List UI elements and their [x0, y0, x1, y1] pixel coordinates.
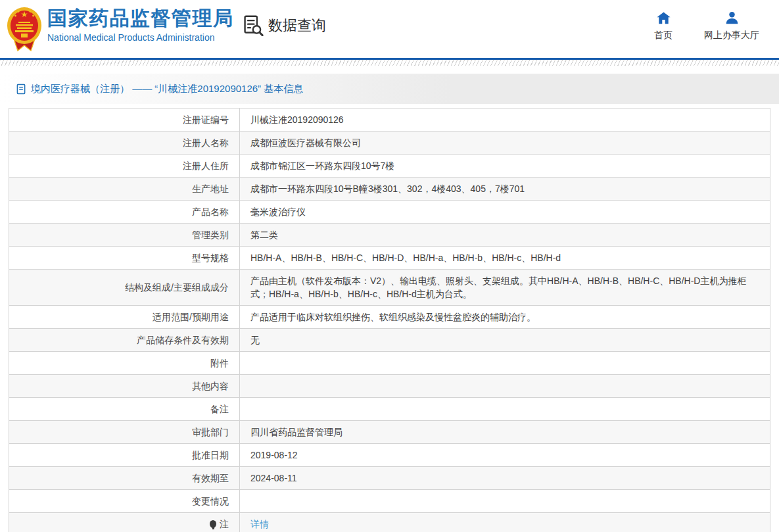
row-value: 川械注准20192090126	[240, 109, 770, 132]
site-header: 国家药品监督管理局 National Medical Products Admi…	[0, 0, 779, 58]
table-row: 变更情况	[9, 490, 770, 513]
row-label: 结构及组成/主要组成成分	[9, 270, 240, 306]
table-row: 注详情	[9, 513, 770, 532]
data-query-section[interactable]: 数据查询	[242, 14, 326, 36]
site-title-block: 国家药品监督管理局 National Medical Products Admi…	[47, 7, 234, 43]
row-value: 四川省药品监督管理局	[240, 421, 770, 444]
hatch-band	[0, 60, 779, 66]
info-table-body: 注册证编号川械注准20192090126注册人名称成都恒波医疗器械有限公司注册人…	[9, 109, 770, 532]
row-value: 2019-08-12	[240, 444, 770, 467]
table-row: 有效期至2024-08-11	[9, 467, 770, 490]
table-row: 注册人名称成都恒波医疗器械有限公司	[9, 132, 770, 155]
row-label: 附件	[9, 352, 240, 375]
row-value	[240, 490, 770, 513]
table-row: 管理类别第二类	[9, 224, 770, 247]
row-label: 产品名称	[9, 201, 240, 224]
row-value: 详情	[240, 513, 770, 532]
nav-home[interactable]: 首页	[654, 10, 673, 41]
row-label: 注	[9, 513, 240, 532]
table-row: 批准日期2019-08-12	[9, 444, 770, 467]
row-value: 无	[240, 329, 770, 352]
table-row: 备注	[9, 398, 770, 421]
table-row: 其他内容	[9, 375, 770, 398]
nav-service-hall[interactable]: 网上办事大厅	[704, 10, 759, 41]
row-label: 生产地址	[9, 178, 240, 201]
site-title-en: National Medical Products Administration	[47, 32, 234, 43]
row-label: 型号规格	[9, 247, 240, 270]
row-label: 注册证编号	[9, 109, 240, 132]
row-label: 审批部门	[9, 421, 240, 444]
row-label: 注册人住所	[9, 155, 240, 178]
site-title: 国家药品监督管理局	[47, 7, 234, 30]
note-icon	[210, 520, 216, 528]
row-label: 有效期至	[9, 467, 240, 490]
row-value: HB/H-A、HB/H-B、HB/H-C、HB/H-D、HB/H-a、HB/H-…	[240, 247, 770, 270]
table-row: 产品名称毫米波治疗仪	[9, 201, 770, 224]
document-icon	[16, 84, 26, 95]
table-row: 审批部门四川省药品监督管理局	[9, 421, 770, 444]
table-row: 型号规格HB/H-A、HB/H-B、HB/H-C、HB/H-D、HB/H-a、H…	[9, 247, 770, 270]
row-value: 第二类	[240, 224, 770, 247]
row-label: 批准日期	[9, 444, 240, 467]
row-value	[240, 375, 770, 398]
row-value: 2024-08-11	[240, 467, 770, 490]
table-row: 注册人住所成都市锦江区一环路东四段10号7楼	[9, 155, 770, 178]
row-value	[240, 398, 770, 421]
row-value: 产品由主机（软件发布版本：V2）、输出电缆、照射头、支架组成。其中HB/H-A、…	[240, 270, 770, 306]
table-row: 适用范围/预期用途产品适用于临床对软组织挫伤、软组织感染及慢性盆腔炎的辅助治疗。	[9, 306, 770, 329]
table-row: 产品储存条件及有效期无	[9, 329, 770, 352]
row-value: 毫米波治疗仪	[240, 201, 770, 224]
breadcrumb-band: 境内医疗器械（注册） —— “川械注准20192090126” 基本信息	[0, 74, 779, 104]
detail-link[interactable]: 详情	[250, 519, 269, 529]
nmpa-emblem-logo	[7, 5, 42, 53]
table-row: 生产地址成都市一环路东四段10号B幢3楼301、302，4楼403、405，7楼…	[9, 178, 770, 201]
nav-home-label: 首页	[654, 30, 673, 41]
row-label: 适用范围/预期用途	[9, 306, 240, 329]
row-value	[240, 352, 770, 375]
row-value: 成都市锦江区一环路东四段10号7楼	[240, 155, 770, 178]
row-label: 变更情况	[9, 490, 240, 513]
breadcrumb: 境内医疗器械（注册） —— “川械注准20192090126” 基本信息	[31, 83, 303, 95]
table-row: 附件	[9, 352, 770, 375]
document-search-icon	[242, 14, 264, 36]
row-value: 产品适用于临床对软组织挫伤、软组织感染及慢性盆腔炎的辅助治疗。	[240, 306, 770, 329]
row-value: 成都市一环路东四段10号B幢3楼301、302，4楼403、405，7楼701	[240, 178, 770, 201]
table-row: 结构及组成/主要组成成分产品由主机（软件发布版本：V2）、输出电缆、照射头、支架…	[9, 270, 770, 306]
user-icon	[724, 10, 740, 26]
row-label: 管理类别	[9, 224, 240, 247]
info-table: 注册证编号川械注准20192090126注册人名称成都恒波医疗器械有限公司注册人…	[9, 108, 770, 532]
row-label: 备注	[9, 398, 240, 421]
row-label: 其他内容	[9, 375, 240, 398]
nav-service-hall-label: 网上办事大厅	[704, 30, 759, 41]
row-value: 成都恒波医疗器械有限公司	[240, 132, 770, 155]
top-nav: 首页 网上办事大厅	[654, 10, 759, 41]
row-label: 注册人名称	[9, 132, 240, 155]
data-query-label: 数据查询	[268, 16, 326, 36]
home-icon	[656, 10, 671, 26]
table-row: 注册证编号川械注准20192090126	[9, 109, 770, 132]
row-label: 产品储存条件及有效期	[9, 329, 240, 352]
